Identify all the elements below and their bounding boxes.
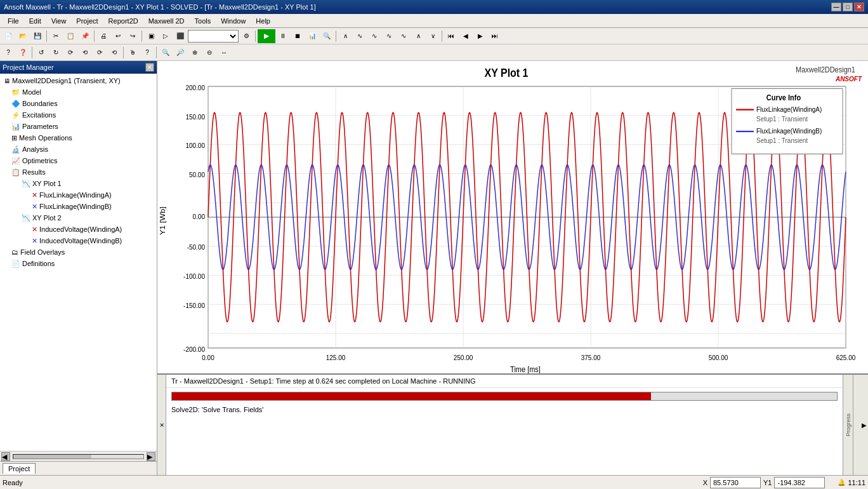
scrollbar-thumb[interactable] <box>13 455 91 459</box>
project-scrollbar[interactable]: ◀ ▶ <box>0 451 157 461</box>
menu-item-report2d[interactable]: Report2D <box>103 16 143 26</box>
zoom-btn4[interactable]: ⊖ <box>202 46 216 60</box>
tree-item-label: Field Overlays <box>20 248 65 256</box>
tree-item-inducedvoltagewindingb[interactable]: ✕InducedVoltage(WindingB) <box>1 235 155 246</box>
zoom-btn1[interactable]: 🔍 <box>159 46 173 60</box>
sep6 <box>442 30 442 42</box>
zoom-btn5[interactable]: ↔ <box>217 46 231 60</box>
menu-item-tools[interactable]: Tools <box>190 16 216 26</box>
menu-item-help[interactable]: Help <box>251 16 275 26</box>
tree-item-inducedvoltagewindinga[interactable]: ✕InducedVoltage(WindingA) <box>1 224 155 235</box>
tree-item-model[interactable]: 📁Model <box>1 86 155 98</box>
rotate-btn4[interactable]: ⟲ <box>78 46 92 60</box>
rotate-btn2[interactable]: ↻ <box>49 46 63 60</box>
tree-item-xy-plot-2[interactable]: 📉XY Plot 2 <box>1 212 155 224</box>
zoom-btn3[interactable]: ⊕ <box>188 46 202 60</box>
svg-text:150.00: 150.00 <box>185 112 205 121</box>
wave-btn1[interactable]: ∧ <box>338 29 352 43</box>
svg-text:-100.00: -100.00 <box>183 272 205 281</box>
tree-root[interactable]: 🖥 Maxwell2DDesign1 (Transient, XY) <box>1 75 155 86</box>
tb-btn4[interactable]: ⚙ <box>239 29 253 43</box>
close-button[interactable]: ✕ <box>854 3 864 11</box>
copy-button[interactable]: 📋 <box>63 29 77 43</box>
wave-btn6[interactable]: ∧ <box>411 29 425 43</box>
wave-btn5[interactable]: ∿ <box>397 29 411 43</box>
menu-item-file[interactable]: File <box>3 16 24 26</box>
rotate-btn1[interactable]: ↺ <box>34 46 48 60</box>
sim-btn3[interactable]: ⏹ <box>291 29 305 43</box>
zoom-btn2[interactable]: 🔎 <box>173 46 187 60</box>
help-btn[interactable]: ? <box>1 46 15 60</box>
tree-item-parameters[interactable]: 📊Parameters <box>1 121 155 132</box>
menu-item-project[interactable]: Project <box>71 16 103 26</box>
tree-icon: 📋 <box>11 168 20 177</box>
svg-text:Setup1 : Transient: Setup1 : Transient <box>756 137 808 145</box>
wave-btn7[interactable]: ∨ <box>426 29 440 43</box>
tree-item-excitations[interactable]: ⚡Excitations <box>1 109 155 121</box>
rotate-btn5[interactable]: ⟳ <box>93 46 107 60</box>
scrollbar-track[interactable] <box>13 454 144 459</box>
menu-item-view[interactable]: View <box>46 16 72 26</box>
sim-btn1[interactable]: ▶ <box>258 29 275 43</box>
wave-btn3[interactable]: ∿ <box>367 29 381 43</box>
layer-dropdown[interactable] <box>188 30 239 43</box>
scroll-left[interactable]: ◀ <box>1 452 10 461</box>
project-tab-btn[interactable]: Project <box>3 463 36 474</box>
wave-btn4[interactable]: ∿ <box>382 29 396 43</box>
tree-item-analysis[interactable]: 🔬Analysis <box>1 144 155 155</box>
sim-btn4[interactable]: 📊 <box>305 29 319 43</box>
project-panel-close-btn[interactable]: ✕ <box>145 63 154 72</box>
scroll-right-icon[interactable]: ▶ <box>862 422 867 429</box>
tree-item-fluxlinkagewindingb[interactable]: ✕FluxLinkage(WindingB) <box>1 201 155 212</box>
tree-item-results[interactable]: 📋Results <box>1 166 155 178</box>
svg-text:Time [ms]: Time [ms] <box>510 365 541 373</box>
open-button[interactable]: 📂 <box>16 29 30 43</box>
rotate-btn6[interactable]: ⟲ <box>107 46 121 60</box>
tree-item-optimetrics[interactable]: 📈Optimetrics <box>1 155 155 166</box>
save-button[interactable]: 💾 <box>30 29 44 43</box>
scroll-right-btn[interactable]: ▶ <box>853 375 868 475</box>
nav-btn3[interactable]: ▶ <box>473 29 487 43</box>
tree-item-boundaries[interactable]: 🔷Boundaries <box>1 98 155 109</box>
tb-btn2[interactable]: ▷ <box>159 29 173 43</box>
rotate-btn3[interactable]: ⟳ <box>63 46 77 60</box>
scroll-right[interactable]: ▶ <box>147 452 155 461</box>
tb-btn3[interactable]: ⬛ <box>173 29 187 43</box>
menu-item-edit[interactable]: Edit <box>24 16 46 26</box>
tree-item-xy-plot-1[interactable]: 📉XY Plot 1 <box>1 178 155 189</box>
maximize-button[interactable]: □ <box>843 3 853 11</box>
svg-text:625.00: 625.00 <box>836 354 856 362</box>
redo-button[interactable]: ↪ <box>126 29 140 43</box>
watermark-text: Maxwell2DDesign1 <box>796 65 855 75</box>
tb-btn1[interactable]: ▣ <box>144 29 158 43</box>
wave-btn2[interactable]: ∿ <box>353 29 367 43</box>
project-tree: 🖥 Maxwell2DDesign1 (Transient, XY) 📁Mode… <box>0 74 157 451</box>
snap-btn2[interactable]: ? <box>140 46 154 60</box>
print-button[interactable]: 🖨 <box>96 29 110 43</box>
menu-item-window[interactable]: Window <box>216 16 251 26</box>
sim-btn5[interactable]: 🔍 <box>320 29 334 43</box>
nav-btn1[interactable]: ⏮ <box>444 29 458 43</box>
sim-btn2[interactable]: ⏸ <box>276 29 290 43</box>
cut-button[interactable]: ✂ <box>49 29 63 43</box>
nav-btn4[interactable]: ⏭ <box>488 29 502 43</box>
tree-item-mesh-operations[interactable]: ⊞Mesh Operations <box>1 132 155 144</box>
snap-btn1[interactable]: 🖱 <box>126 46 140 60</box>
minimize-button[interactable]: — <box>831 3 841 11</box>
paste-button[interactable]: 📌 <box>78 29 92 43</box>
plot-title: XY Plot 1 <box>484 66 528 79</box>
nav-btn2[interactable]: ◀ <box>459 29 473 43</box>
tree-item-definitions[interactable]: 📄Definitions <box>1 258 155 269</box>
tree-item-label: FluxLinkage(WindingA) <box>39 191 112 199</box>
menu-item-maxwell2d[interactable]: Maxwell 2D <box>143 16 190 26</box>
close-side-icon[interactable]: ✕ <box>159 422 165 428</box>
new-button[interactable]: 📄 <box>1 29 15 43</box>
tree-item-field-overlays[interactable]: 🗂Field Overlays <box>1 246 155 258</box>
close-side-panel[interactable]: ✕ <box>157 375 166 475</box>
sep1 <box>46 30 47 42</box>
tree-item-fluxlinkagewindinga[interactable]: ✕FluxLinkage(WindingA) <box>1 189 155 201</box>
undo-button[interactable]: ↩ <box>111 29 125 43</box>
question-btn[interactable]: ❓ <box>16 46 30 60</box>
progress-bar-wrapper <box>166 389 843 403</box>
xy-plot-svg: XY Plot 1 Maxwell2DDesign1 ANSOFT <box>157 61 868 373</box>
